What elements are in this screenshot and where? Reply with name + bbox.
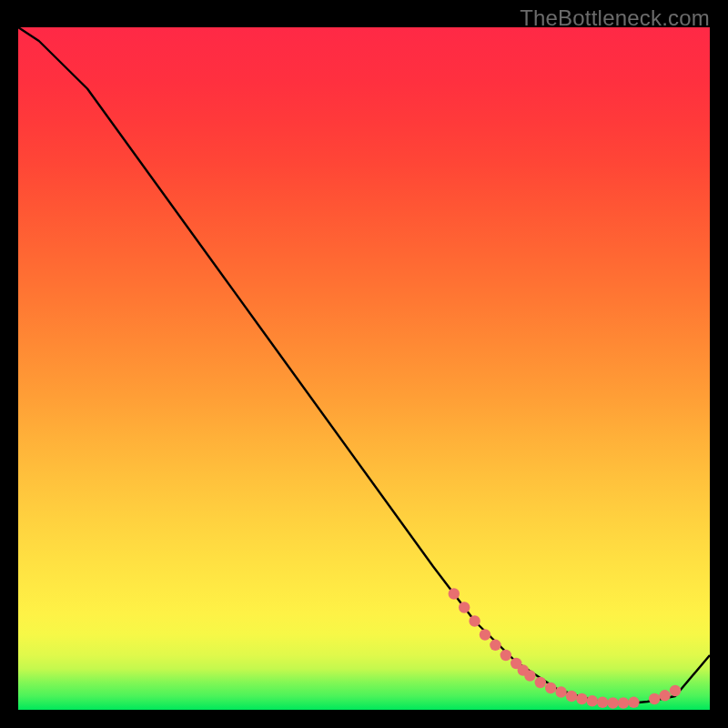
marker-dot	[649, 693, 660, 704]
chart-root: TheBottleneck.com	[0, 0, 728, 728]
marker-dot	[597, 697, 608, 708]
marker-dot	[566, 691, 577, 702]
marker-dot	[670, 685, 681, 696]
marker-dot	[659, 690, 670, 701]
marker-dot	[628, 697, 639, 708]
marker-dot	[587, 695, 598, 706]
marker-dot	[607, 697, 618, 708]
marker-dot	[449, 588, 460, 599]
marker-dot	[535, 677, 546, 688]
marker-dot	[480, 629, 490, 640]
marker-group	[449, 588, 682, 708]
marker-dot	[576, 693, 587, 704]
marker-dot	[490, 640, 500, 651]
marker-dot	[545, 682, 556, 693]
plot-area	[18, 27, 710, 710]
bottleneck-curve	[18, 27, 710, 703]
marker-dot	[555, 686, 566, 697]
marker-dot	[618, 697, 629, 708]
marker-dot	[459, 602, 470, 612]
marker-dot	[469, 615, 480, 626]
marker-dot	[524, 670, 535, 681]
marker-dot	[500, 650, 511, 661]
chart-svg	[18, 27, 710, 710]
